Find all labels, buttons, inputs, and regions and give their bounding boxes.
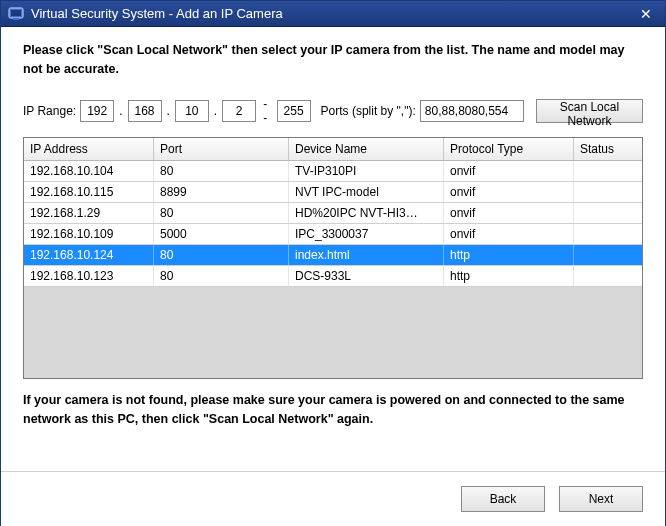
button-bar: Back Next [1, 471, 665, 526]
col-device-name[interactable]: Device Name [289, 138, 444, 160]
svg-rect-1 [11, 10, 21, 16]
cell-protocol: http [444, 245, 574, 265]
table-row[interactable]: 192.168.10.1095000IPC_3300037onvif [24, 224, 642, 245]
ip-range-row: IP Range: . . . -- Ports (split by ","):… [23, 97, 643, 125]
cell-status [574, 161, 642, 181]
cell-port: 80 [154, 245, 289, 265]
scan-local-network-button[interactable]: Scan Local Network [536, 99, 643, 123]
table-row[interactable]: 192.168.10.1158899NVT IPC-modelonvif [24, 182, 642, 203]
cell-device-name: HD%20IPC NVT-HI3… [289, 203, 444, 223]
table-row[interactable]: 192.168.1.2980HD%20IPC NVT-HI3…onvif [24, 203, 642, 224]
grid-header-row: IP Address Port Device Name Protocol Typ… [24, 138, 642, 161]
close-icon[interactable]: ✕ [633, 5, 659, 23]
cell-port: 80 [154, 266, 289, 286]
dot: . [213, 104, 218, 118]
ip-range-label: IP Range: [23, 104, 76, 118]
cell-protocol: onvif [444, 224, 574, 244]
cell-ip: 192.168.10.124 [24, 245, 154, 265]
cell-status [574, 245, 642, 265]
ip-octet-end[interactable] [277, 100, 311, 122]
cell-port: 80 [154, 203, 289, 223]
col-protocol-type[interactable]: Protocol Type [444, 138, 574, 160]
back-button[interactable]: Back [461, 486, 545, 512]
cell-device-name: IPC_3300037 [289, 224, 444, 244]
titlebar: Virtual Security System - Add an IP Came… [1, 1, 665, 27]
col-ip-address[interactable]: IP Address [24, 138, 154, 160]
instruction-text: Please click "Scan Local Network" then s… [23, 41, 643, 79]
ip-octet-1[interactable] [80, 100, 114, 122]
cell-ip: 192.168.10.123 [24, 266, 154, 286]
table-row[interactable]: 192.168.10.10480TV-IP310PIonvif [24, 161, 642, 182]
device-grid: IP Address Port Device Name Protocol Typ… [23, 137, 643, 379]
col-port[interactable]: Port [154, 138, 289, 160]
cell-ip: 192.168.10.104 [24, 161, 154, 181]
cell-port: 8899 [154, 182, 289, 202]
ports-input[interactable] [420, 100, 524, 122]
ip-octet-4[interactable] [222, 100, 256, 122]
cell-ip: 192.168.10.115 [24, 182, 154, 202]
col-status[interactable]: Status [574, 138, 642, 160]
table-row[interactable]: 192.168.10.12480index.htmlhttp [24, 245, 642, 266]
grid-body: 192.168.10.10480TV-IP310PIonvif192.168.1… [24, 161, 642, 287]
cell-status [574, 182, 642, 202]
cell-protocol: onvif [444, 161, 574, 181]
next-button[interactable]: Next [559, 486, 643, 512]
window-title: Virtual Security System - Add an IP Came… [31, 6, 633, 21]
cell-protocol: onvif [444, 182, 574, 202]
dot: . [118, 104, 123, 118]
ip-octet-2[interactable] [128, 100, 162, 122]
cell-protocol: onvif [444, 203, 574, 223]
dot: . [166, 104, 171, 118]
dialog-content: Please click "Scan Local Network" then s… [1, 27, 665, 429]
svg-rect-2 [13, 18, 19, 20]
range-dash: -- [260, 97, 272, 125]
cell-port: 80 [154, 161, 289, 181]
footer-note: If your camera is not found, please make… [23, 391, 643, 430]
cell-protocol: http [444, 266, 574, 286]
cell-device-name: NVT IPC-model [289, 182, 444, 202]
cell-status [574, 224, 642, 244]
cell-port: 5000 [154, 224, 289, 244]
cell-device-name: TV-IP310PI [289, 161, 444, 181]
cell-status [574, 203, 642, 223]
cell-device-name: index.html [289, 245, 444, 265]
table-row[interactable]: 192.168.10.12380DCS-933Lhttp [24, 266, 642, 287]
ip-octet-3[interactable] [175, 100, 209, 122]
cell-ip: 192.168.1.29 [24, 203, 154, 223]
cell-status [574, 266, 642, 286]
cell-device-name: DCS-933L [289, 266, 444, 286]
ports-label: Ports (split by ","): [321, 104, 416, 118]
cell-ip: 192.168.10.109 [24, 224, 154, 244]
app-icon [7, 5, 25, 23]
